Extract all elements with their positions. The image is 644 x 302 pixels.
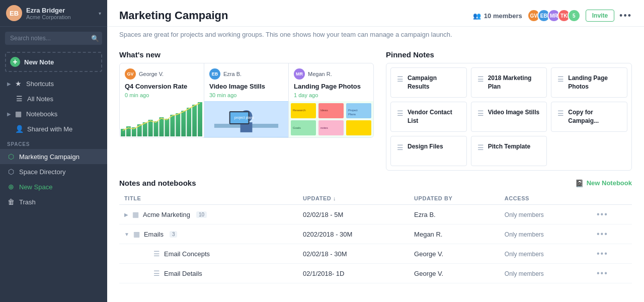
chevron-right-icon: ▶: [7, 111, 11, 117]
note-icon: ☰: [153, 269, 160, 277]
sidebar-item-marketing-campaign[interactable]: ⬡ Marketing Campaign: [0, 149, 107, 164]
item-count-badge: 3: [170, 231, 178, 238]
sidebar-item-trash[interactable]: 🗑 Trash: [0, 194, 107, 209]
user-name: Ezra Bridger: [26, 7, 97, 14]
page-title: Marketing Campaign: [119, 9, 228, 22]
row-more-button[interactable]: •••: [597, 249, 608, 258]
svg-rect-5: [148, 120, 153, 136]
search-input[interactable]: [5, 32, 102, 45]
sidebar-item-space-directory[interactable]: ⬡ Space Directory: [0, 164, 107, 179]
note-card-q4[interactable]: GV George V. Q4 Conversion Rate 0 min ag…: [120, 63, 204, 137]
note-card-landing[interactable]: MR Megan R. Landing Page Photos 1 day ag…: [289, 63, 373, 137]
table-header-row: Title Updated ↓ Updated By Access: [119, 192, 632, 205]
page-subtitle: Spaces are great for projects and workin…: [107, 27, 644, 44]
notes-icon: ☰: [15, 95, 23, 103]
col-updated-by: Updated By: [409, 192, 500, 205]
top-sections: What's new GV George V. Q4 Conversion Ra…: [107, 44, 644, 171]
chevron-down-icon: ▾: [99, 11, 101, 16]
new-note-button[interactable]: + New Note: [5, 52, 102, 72]
search-container: 🔍: [5, 32, 102, 45]
card-time: 1 day ago: [289, 91, 373, 101]
pinned-notes-section: Pinned Notes ☰ Campaign Results ☰ 2018 M…: [386, 44, 632, 171]
pinned-note-vendor-contact[interactable]: ☰ Vendor Contact List: [390, 102, 467, 132]
table-row[interactable]: ☰ Email Details 02/1/2018- 1D George V. …: [119, 264, 632, 283]
sticky-notes-illustration: Research Ideas Project Plans Goals notes: [289, 101, 373, 137]
note-icon: ☰: [153, 250, 160, 258]
members-icon: 👥: [473, 12, 481, 20]
sidebar-nav: ▶ ★ Shortcuts ☰ All Notes ▶ ▦ Notebooks …: [0, 76, 107, 302]
table-row[interactable]: ▼ ▦ Emails 3 0202/2018 - 30M Megan R. On…: [119, 224, 632, 244]
row-more-button[interactable]: •••: [597, 269, 608, 277]
pinned-note-campaign-results[interactable]: ☰ Campaign Results: [390, 67, 467, 98]
chart-visualization: [120, 101, 204, 137]
svg-text:notes: notes: [320, 126, 328, 129]
note-icon: ☰: [397, 109, 404, 117]
note-icon: ☰: [477, 109, 484, 117]
sidebar-item-notebooks[interactable]: ▶ ▦ Notebooks: [0, 106, 107, 121]
pinned-note-pitch-template[interactable]: ☰ Pitch Template: [471, 136, 547, 166]
notes-table-section: Notes and notebooks 📓 New Notebook Title…: [107, 179, 644, 293]
pinned-notes-grid: ☰ Campaign Results ☰ 2018 Marketing Plan…: [386, 63, 632, 171]
notebook-icon: ▦: [133, 230, 140, 238]
space-icon: ⬡: [7, 153, 15, 161]
notebook-icon: ▦: [14, 110, 22, 118]
svg-text:Research: Research: [293, 109, 306, 112]
sidebar-item-shared[interactable]: 👤 Shared with Me: [0, 121, 107, 136]
trash-icon: 🗑: [7, 198, 15, 206]
new-space-button[interactable]: ⊕ New Space: [0, 179, 107, 194]
card-avatar: EB: [209, 68, 220, 80]
more-options-button[interactable]: •••: [619, 11, 632, 21]
svg-rect-13: [192, 105, 197, 136]
svg-text:Project: Project: [348, 109, 358, 112]
sidebar: EB Ezra Bridger Acme Corporation ▾ 🔍 + N…: [0, 0, 107, 302]
expand-icon[interactable]: ▼: [124, 232, 129, 237]
page-header: Marketing Campaign 👥 10 members GV EB MR…: [107, 0, 644, 27]
pinned-note-video-image[interactable]: ☰ Video Image Stills: [471, 102, 547, 132]
expand-icon[interactable]: ▶: [124, 212, 128, 217]
sidebar-item-shortcuts[interactable]: ▶ ★ Shortcuts: [0, 76, 107, 91]
user-org: Acme Corporation: [26, 14, 97, 20]
svg-rect-6: [154, 121, 158, 136]
main-content: Marketing Campaign 👥 10 members GV EB MR…: [107, 0, 644, 302]
card-thumbnail: Research Ideas Project Plans Goals notes: [289, 101, 373, 137]
invite-button[interactable]: Invite: [586, 10, 614, 22]
user-info: Ezra Bridger Acme Corporation: [26, 7, 97, 20]
whats-new-cards: GV George V. Q4 Conversion Rate 0 min ag…: [119, 63, 374, 138]
note-card-video[interactable]: EB Ezra B. Video Image Stills 30 min ago: [204, 63, 289, 137]
col-updated[interactable]: Updated ↓: [298, 192, 409, 205]
svg-rect-9: [170, 115, 175, 136]
search-icon[interactable]: 🔍: [91, 35, 99, 42]
notebook-icon: ▦: [132, 210, 139, 218]
plus-icon: +: [10, 57, 20, 67]
card-title: Q4 Conversion Rate: [120, 82, 204, 91]
card-time: 30 min ago: [204, 91, 288, 101]
table-row[interactable]: ▶ ▦ Acme Marketing 10 02/02/18 - 5M Ezra…: [119, 205, 632, 224]
note-icon: ☰: [557, 75, 564, 83]
card-title: Landing Page Photos: [289, 82, 373, 91]
row-more-button[interactable]: •••: [597, 210, 608, 218]
user-profile[interactable]: EB Ezra Bridger Acme Corporation ▾: [0, 0, 107, 27]
row-more-button[interactable]: •••: [597, 230, 608, 238]
svg-rect-28: [346, 120, 371, 135]
note-icon: ☰: [397, 143, 404, 152]
member-avatars: GV EB MR TK 5: [527, 9, 581, 22]
card-avatar: MR: [294, 68, 305, 80]
card-thumbnail: project plans: [204, 101, 288, 137]
new-notebook-button[interactable]: 📓 New Notebook: [575, 179, 632, 187]
pinned-note-copy[interactable]: ☰ Copy for Campaig...: [551, 102, 627, 132]
card-title: Video Image Stills: [204, 82, 288, 91]
svg-text:Plans: Plans: [348, 113, 356, 116]
item-count-badge: 10: [196, 211, 207, 218]
notebook-icon: 📓: [575, 179, 584, 187]
pinned-notes-title: Pinned Notes: [386, 44, 632, 63]
svg-text:Goals: Goals: [293, 126, 301, 129]
svg-rect-10: [176, 113, 180, 136]
svg-rect-12: [187, 108, 191, 136]
space-icon: ⬡: [7, 168, 15, 176]
card-avatar: GV: [125, 68, 136, 80]
pinned-note-design-files[interactable]: ☰ Design Files: [390, 136, 467, 166]
table-row[interactable]: ☰ Email Concepts 02/02/18 - 30M George V…: [119, 244, 632, 264]
pinned-note-2018-marketing[interactable]: ☰ 2018 Marketing Plan: [471, 67, 547, 98]
pinned-note-landing-page[interactable]: ☰ Landing Page Photos: [551, 67, 627, 98]
sidebar-item-all-notes[interactable]: ☰ All Notes: [0, 91, 107, 106]
